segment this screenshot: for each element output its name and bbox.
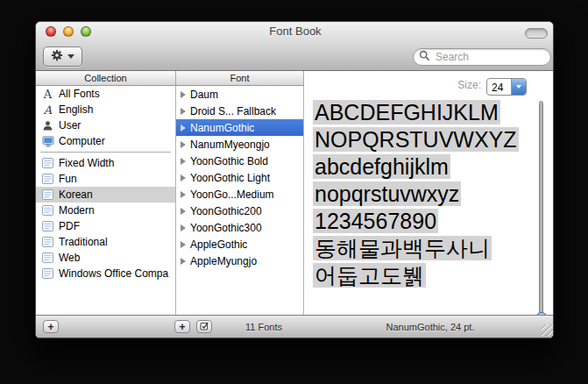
disclosure-triangle-icon[interactable] — [181, 124, 186, 132]
preview-line: 동해물과백두사니 — [313, 235, 519, 262]
collection-list: AAll FontsAEnglishUserComputerFixed Widt… — [36, 86, 176, 316]
size-value[interactable]: 24 — [487, 79, 511, 95]
disclosure-triangle-icon[interactable] — [181, 191, 186, 198]
disclosure-triangle-icon[interactable] — [181, 108, 186, 115]
disclosure-triangle-icon[interactable] — [181, 241, 186, 248]
font-item-label: AppleGothic — [190, 238, 247, 251]
computer-icon — [41, 135, 54, 147]
disclosure-triangle-icon[interactable] — [181, 91, 186, 98]
collection-item-label: Computer — [59, 135, 105, 147]
collection-item-label: User — [59, 119, 81, 132]
smart-collection-icon — [41, 173, 54, 185]
toolbar-toggle-pill-button[interactable] — [525, 28, 548, 39]
font-item-label: YoonGothic Bold — [190, 155, 268, 167]
collection-item-label: Fixed Width — [59, 157, 114, 169]
collection-item-traditional[interactable]: Traditional — [36, 234, 175, 250]
collection-item-computer[interactable]: Computer — [36, 133, 175, 149]
disclosure-triangle-icon[interactable] — [181, 174, 186, 181]
size-dropdown-button[interactable] — [511, 79, 526, 95]
preview-line-text: abcdefghijklm — [313, 154, 450, 179]
font-count-label: 11 Fonts — [229, 322, 299, 332]
smart-collection-icon — [41, 157, 54, 169]
collection-item-windows-office-compa[interactable]: Windows Office Compa — [36, 266, 175, 281]
font-item-droid-s-fallback[interactable]: Droid S... Fallback — [176, 103, 303, 119]
preview-line: nopqrstuvwxyz — [313, 181, 519, 208]
font-item-nanumgothic[interactable]: NanumGothic — [176, 119, 303, 136]
font-item-yoongothic200[interactable]: YoonGothic200 — [176, 203, 303, 219]
collection-item-label: Windows Office Compa — [59, 267, 168, 280]
screenshot-stage: Font Book — [0, 0, 588, 384]
disclosure-triangle-icon[interactable] — [181, 141, 186, 148]
window-title: Font Book — [36, 25, 554, 38]
size-slider-track[interactable] — [539, 101, 543, 327]
font-item-nanummyeongjo[interactable]: NanumMyeongjo — [176, 136, 303, 153]
font-column-header[interactable]: Font — [176, 71, 304, 86]
action-menu-button[interactable] — [43, 46, 82, 67]
font-item-applemyungjo[interactable]: AppleMyungjo — [176, 252, 303, 269]
font-item-label: Daum — [190, 89, 218, 101]
font-item-label: AppleMyungjo — [190, 255, 257, 267]
collection-item-label: English — [59, 103, 93, 116]
serif-a-italic-icon: A — [41, 103, 54, 116]
collection-item-label: Modern — [59, 204, 95, 217]
disclosure-triangle-icon[interactable] — [181, 258, 186, 265]
collection-item-english[interactable]: AEnglish — [36, 102, 175, 117]
smart-collection-icon — [41, 204, 54, 217]
size-combo-box[interactable]: 24 — [486, 78, 527, 96]
font-item-label: NanumMyeongjo — [190, 139, 270, 151]
preview-line-text: nopqrstuvwxyz — [313, 181, 461, 206]
font-item-label: Droid S... Fallback — [190, 105, 276, 117]
validate-font-button[interactable] — [196, 320, 212, 333]
collection-item-modern[interactable]: Modern — [36, 203, 175, 218]
collection-divider — [36, 149, 175, 155]
smart-collection-icon — [41, 267, 54, 280]
search-input[interactable] — [434, 50, 539, 64]
collection-item-pdf[interactable]: PDF — [36, 218, 175, 234]
collection-column-header[interactable]: Collection — [36, 71, 176, 86]
font-item-yoongo-medium[interactable]: YoonGo...Medium — [176, 186, 303, 203]
font-item-label: YoonGothic300 — [190, 222, 262, 234]
font-item-yoongothic-light[interactable]: YoonGothic Light — [176, 169, 303, 186]
collection-item-web[interactable]: Web — [36, 250, 175, 266]
gear-icon — [51, 49, 63, 65]
disclosure-triangle-icon[interactable] — [181, 224, 186, 231]
preview-pane: Size: 24 ABCDEFGHIJKLMNOPQRSTUVWXYZabcde… — [304, 71, 554, 316]
collection-item-label: Web — [59, 252, 80, 264]
add-font-button[interactable]: + — [174, 320, 190, 333]
collection-item-label: Traditional — [59, 236, 108, 248]
preview-line: abcdefghijklm — [313, 153, 519, 181]
preview-text[interactable]: ABCDEFGHIJKLMNOPQRSTUVWXYZabcdefghijklmn… — [313, 99, 519, 289]
size-label: Size: — [457, 79, 481, 91]
preview-line: 어둡고도뷁 — [313, 262, 519, 289]
disclosure-triangle-icon[interactable] — [181, 158, 186, 165]
preview-line-text: 1234567890 — [313, 209, 438, 233]
smart-collection-icon — [41, 252, 54, 264]
collection-item-korean[interactable]: Korean — [36, 187, 175, 203]
preview-line-text: ABCDEFGHIJKLM — [313, 100, 500, 124]
font-list: DaumDroid S... FallbackNanumGothicNanumM… — [176, 86, 304, 316]
search-field[interactable] — [413, 48, 551, 66]
preview-line: ABCDEFGHIJKLM — [313, 99, 519, 126]
serif-a-icon: A — [41, 88, 54, 100]
chevron-down-icon — [516, 85, 521, 89]
disclosure-triangle-icon[interactable] — [181, 208, 186, 215]
preview-line: 1234567890 — [313, 208, 519, 235]
add-collection-button[interactable]: + — [43, 320, 59, 333]
checkbox-icon — [200, 321, 209, 332]
user-icon — [41, 119, 54, 132]
collection-item-all-fonts[interactable]: AAll Fonts — [36, 86, 175, 102]
font-item-label: YoonGothic200 — [190, 205, 262, 217]
font-item-daum[interactable]: Daum — [176, 86, 303, 103]
resize-grip[interactable] — [542, 324, 553, 336]
collection-item-user[interactable]: User — [36, 117, 175, 133]
collection-item-fun[interactable]: Fun — [36, 171, 175, 187]
titlebar[interactable]: Font Book — [36, 22, 554, 41]
collection-item-label: Fun — [59, 173, 77, 185]
font-item-applegothic[interactable]: AppleGothic — [176, 236, 303, 252]
font-item-yoongothic300[interactable]: YoonGothic300 — [176, 219, 303, 236]
collection-item-fixed-width[interactable]: Fixed Width — [36, 155, 175, 171]
search-icon — [419, 49, 430, 65]
font-item-yoongothic-bold[interactable]: YoonGothic Bold — [176, 153, 303, 169]
status-bar: + + 11 Fonts NanumGothic, 24 pt. — [36, 315, 554, 338]
font-item-label: NanumGothic — [190, 122, 254, 134]
